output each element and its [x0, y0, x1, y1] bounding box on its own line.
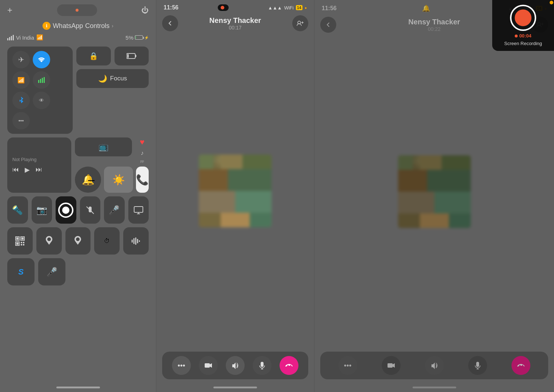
phone-icon: 📞 — [136, 174, 149, 186]
media-controls: ⏮ ▶ ⏭ — [12, 166, 66, 174]
row-media: Not Playing ⏮ ▶ ⏭ 📺 ♥ ♪ pp — [7, 137, 149, 193]
status-bar-2: 11:56 ▲▲▲ WiFi 14 ● — [156, 0, 314, 12]
cellular-button[interactable]: 📶 — [12, 71, 30, 89]
controls-label: Controls — [85, 22, 109, 30]
whatsapp-call-panel-1: 11:56 ▲▲▲ WiFi 14 ● Nensy Thacker 00:17 — [156, 0, 314, 392]
fast-forward-icon[interactable]: ⏭ — [36, 166, 42, 173]
mute-slash-button[interactable] — [80, 196, 101, 224]
status-icons-2: ▲▲▲ WiFi 14 ● — [268, 5, 307, 11]
mute-button[interactable]: 🔔̶ — [75, 167, 101, 193]
svg-rect-17 — [21, 244, 22, 245]
focus-button[interactable]: 🌙 Focus — [76, 69, 149, 88]
battery-status: 5% ⚡ — [125, 35, 149, 41]
focus-label: Focus — [110, 75, 127, 82]
signal-icon-2: ▲▲▲ — [268, 5, 282, 11]
screen-recording-overlay[interactable]: 00:04 Screen Recording — [492, 0, 554, 51]
home-indicator — [56, 387, 100, 388]
caller-name-2: Nensy Thacker — [209, 16, 261, 25]
airplay-button[interactable]: 📺 — [75, 137, 132, 156]
svg-rect-6 — [127, 54, 129, 58]
row-tools: 🔦 📷 🎤 — [7, 196, 149, 224]
call-duration-2: 00:17 — [209, 25, 261, 31]
play-icon[interactable]: ▶ — [25, 166, 30, 174]
svg-rect-16 — [23, 242, 24, 243]
add-participant-button-2[interactable] — [292, 15, 308, 31]
screen-record-dot — [62, 207, 69, 214]
media-title-label: Not Playing — [12, 157, 66, 162]
orange-dot-2: ● — [305, 6, 307, 10]
rewind-icon[interactable]: ⏮ — [12, 166, 19, 173]
media-player-block: Not Playing ⏮ ▶ ⏭ — [7, 137, 71, 193]
home-indicator-2 — [213, 387, 257, 388]
recording-pill[interactable] — [218, 4, 229, 11]
flashlight-button[interactable]: 🔦 — [7, 196, 28, 224]
speaker-btn-3[interactable] — [425, 356, 444, 375]
music-note-icon: ♪ — [136, 150, 149, 156]
row-network: ✈ 📶 👁 ••• — [7, 47, 149, 134]
shazam-button[interactable]: S — [7, 258, 35, 285]
panel3-content: 11:56 🔔 ▲▲▲ WiFi 14 ● Nensy Thacker 00:2… — [314, 0, 554, 392]
svg-rect-18 — [23, 244, 24, 245]
recording-dot — [76, 9, 79, 12]
orange-corner-dot — [550, 1, 553, 4]
more-options-button[interactable]: ••• — [12, 112, 30, 129]
home-indicator-3 — [413, 387, 456, 388]
end-call-btn-2[interactable] — [280, 356, 298, 375]
timer-button[interactable]: ⏱ — [94, 227, 120, 255]
screen-record-button[interactable] — [56, 196, 76, 224]
more-options-btn-2[interactable]: ••• — [172, 356, 191, 375]
mute-weather-row: 🔔̶ ☀️ 📞 — [75, 167, 149, 193]
screen-lock-button[interactable]: 🔒 — [76, 47, 111, 65]
airplane-mode-button[interactable]: ✈ — [12, 51, 30, 68]
accessibility-button[interactable]: 👁 — [33, 92, 50, 109]
wifi-button[interactable] — [33, 51, 50, 68]
call-header-2: Nensy Thacker 00:17 — [156, 12, 314, 34]
back-button-3[interactable] — [320, 17, 336, 33]
svg-rect-2 — [42, 78, 43, 83]
audio-waveform-button[interactable] — [123, 227, 149, 255]
screen-mirror-button[interactable] — [128, 196, 149, 224]
back-button-2[interactable] — [162, 15, 178, 31]
speaker-btn-2[interactable] — [226, 356, 245, 375]
whatsapp-banner[interactable]: ℹ WhatsApp Controls › — [0, 20, 156, 33]
pp-label: pp — [136, 159, 149, 163]
signal-strength-button[interactable] — [33, 71, 50, 89]
battery-low-button[interactable] — [115, 47, 149, 65]
video-btn-2[interactable] — [199, 356, 218, 375]
mic-button[interactable]: 🎤 — [38, 258, 65, 285]
microphone-button[interactable]: 🎤 — [104, 196, 125, 224]
qr-code-button[interactable] — [7, 227, 33, 255]
whatsapp-label: WhatsApp — [53, 22, 83, 30]
like-button[interactable]: ♥ — [136, 137, 149, 147]
bluetooth-button[interactable] — [12, 92, 30, 109]
weather-button[interactable]: ☀️ — [104, 167, 133, 193]
moon-icon: 🌙 — [98, 74, 107, 83]
add-icon[interactable]: + — [7, 5, 12, 15]
video-btn-3[interactable] — [382, 356, 401, 375]
recording-time-indicator: 00:04 — [515, 33, 531, 39]
end-call-btn-3[interactable] — [511, 356, 530, 375]
call-info-3: Nensy Thacker 00:22 — [408, 18, 460, 32]
network-block: ✈ 📶 👁 ••• — [7, 47, 73, 134]
camera-button[interactable]: 📷 — [32, 196, 52, 224]
top-bar: + ⏻ — [0, 0, 156, 20]
svg-rect-12 — [21, 237, 24, 240]
whatsapp-call-button[interactable]: 📞 — [136, 167, 149, 193]
battery-icon — [135, 35, 143, 40]
hearing-2-button[interactable] — [65, 227, 91, 255]
svg-rect-0 — [38, 80, 39, 83]
rec-dot-icon — [221, 6, 224, 9]
svg-rect-19 — [132, 240, 133, 243]
svg-rect-14 — [16, 243, 19, 245]
status-row: Vi India 📶 5% ⚡ — [0, 33, 156, 44]
screen-record-circle-icon — [510, 5, 536, 31]
call-info-2: Nensy Thacker 00:17 — [209, 16, 261, 31]
mute-btn-2[interactable] — [253, 356, 272, 375]
svg-rect-22 — [137, 239, 138, 243]
hearing-1-button[interactable] — [36, 227, 62, 255]
power-icon[interactable]: ⏻ — [141, 6, 149, 15]
svg-rect-33 — [388, 363, 393, 368]
rec-time-label: 00:04 — [519, 33, 531, 39]
mute-btn-3[interactable] — [468, 356, 487, 375]
more-options-btn-3[interactable]: ••• — [338, 356, 357, 375]
